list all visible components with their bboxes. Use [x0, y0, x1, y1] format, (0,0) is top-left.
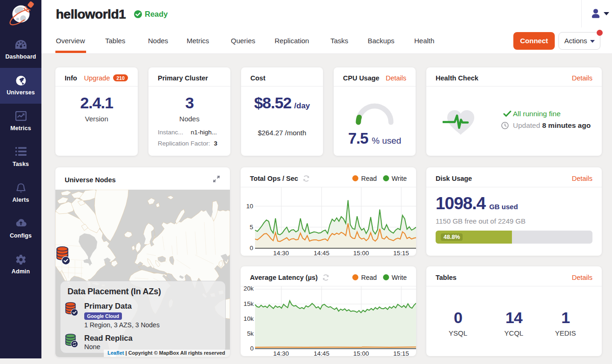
- svg-text:14:45: 14:45: [314, 250, 330, 256]
- svg-text:15:15: 15:15: [393, 350, 409, 356]
- svg-text:15:15: 15:15: [393, 250, 409, 256]
- svg-text:20k: 20k: [243, 286, 254, 292]
- svg-text:5: 5: [249, 224, 253, 231]
- svg-text:15:00: 15:00: [353, 350, 369, 356]
- svg-text:0: 0: [249, 245, 253, 251]
- svg-text:0: 0: [250, 345, 254, 352]
- svg-text:5k: 5k: [247, 330, 254, 337]
- svg-text:14:45: 14:45: [314, 350, 330, 356]
- svg-text:15k: 15k: [243, 300, 254, 307]
- svg-text:14:30: 14:30: [273, 250, 289, 256]
- svg-text:10: 10: [246, 203, 253, 210]
- svg-text:14:30: 14:30: [273, 350, 289, 356]
- svg-text:10k: 10k: [243, 315, 254, 322]
- svg-text:15:00: 15:00: [353, 250, 369, 256]
